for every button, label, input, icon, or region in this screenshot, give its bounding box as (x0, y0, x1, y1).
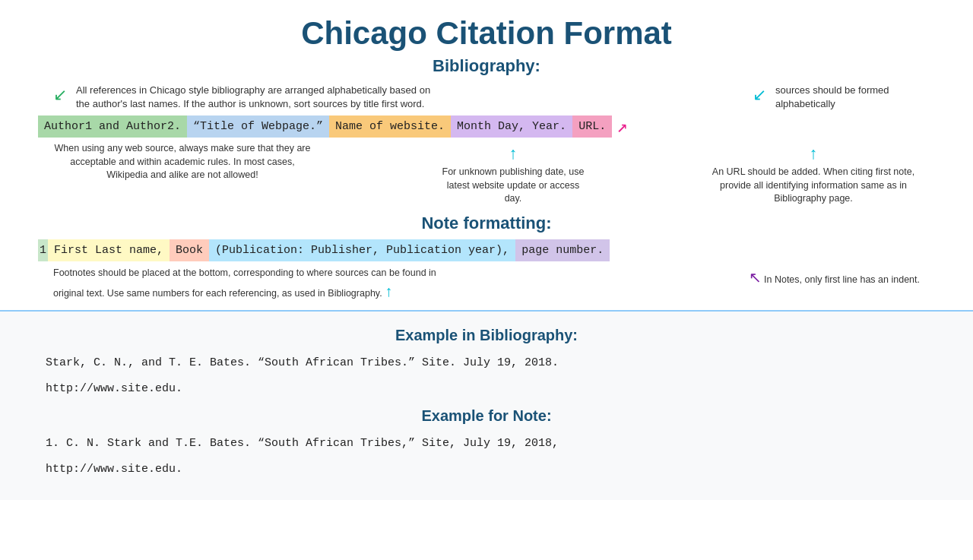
note-pub-segment: (Publication: Publisher, Publication yea… (209, 239, 515, 261)
arrow-up-cyan-note-icon: ↑ (385, 283, 392, 299)
bib-annotations: When using any web source, always make s… (30, 142, 943, 205)
note-name-segment: First Last name, (48, 239, 170, 261)
note-book-segment: Book (170, 239, 209, 261)
annot-mid: ↑ For unknown publishing date, use lates… (433, 142, 585, 205)
example-note-line2: http://www.site.edu. (46, 460, 927, 479)
url-segment: URL. (572, 115, 612, 138)
note-number: 1 (38, 239, 48, 261)
bibliography-title: Bibliography: (30, 56, 943, 76)
top-section: Chicago Citation Format Bibliography: ↙ … (0, 0, 973, 302)
example-bib-line1: Stark, C. N., and T. E. Bates. “South Af… (46, 353, 927, 373)
note-annotations: Footnotes should be placed at the bottom… (30, 266, 943, 303)
example-bib-title: Example in Bibliography: (46, 327, 927, 344)
website-segment: Name of website. (329, 115, 451, 138)
author-segment: Author1 and Author2. (38, 115, 187, 138)
example-note-title: Example for Note: (46, 407, 927, 425)
example-bib-line2: http://www.site.edu. (46, 379, 927, 399)
bottom-section: Example in Bibliography: Stark, C. N., a… (0, 310, 973, 500)
arrow-up-purple-icon: ↖ (749, 269, 762, 286)
bib-notes-area: ↙ All references in Chicago style biblio… (30, 84, 943, 111)
note-title: Note formatting: (30, 214, 943, 233)
arrow-curved-pink-icon: ↗ (616, 115, 627, 138)
example-note-line1: 1. C. N. Stark and T.E. Bates. “South Af… (46, 434, 927, 454)
note-page-segment: page number. (515, 239, 610, 261)
main-title: Chicago Citation Format (30, 15, 943, 52)
arrow-down-green-icon: ↙ (53, 84, 67, 107)
note-bar: 1 First Last name, Book (Publication: Pu… (30, 239, 943, 261)
bib-note-left: ↙ All references in Chicago style biblio… (53, 84, 433, 111)
annot-left: When using any web source, always make s… (53, 142, 312, 205)
annot-right: ↑ An URL should be added. When citing fi… (707, 142, 920, 205)
note-annot-right: ↖ In Notes, only first line has an inden… (734, 266, 920, 303)
title-segment: “Title of Webpage.” (187, 115, 329, 138)
arrow-up-cyan-icon: ↑ (441, 142, 585, 166)
citation-bar: Author1 and Author2. “Title of Webpage.”… (30, 115, 943, 138)
date-segment: Month Day, Year. (451, 115, 572, 138)
arrow-down-cyan-icon: ↙ (753, 84, 766, 107)
note-annot-left: Footnotes should be placed at the bottom… (53, 266, 456, 303)
page-wrapper: Chicago Citation Format Bibliography: ↙ … (0, 0, 973, 500)
arrow-up-cyan-2-icon: ↑ (707, 142, 920, 166)
bib-note-right: ↙ sources should be formed alphabeticall… (753, 84, 920, 111)
